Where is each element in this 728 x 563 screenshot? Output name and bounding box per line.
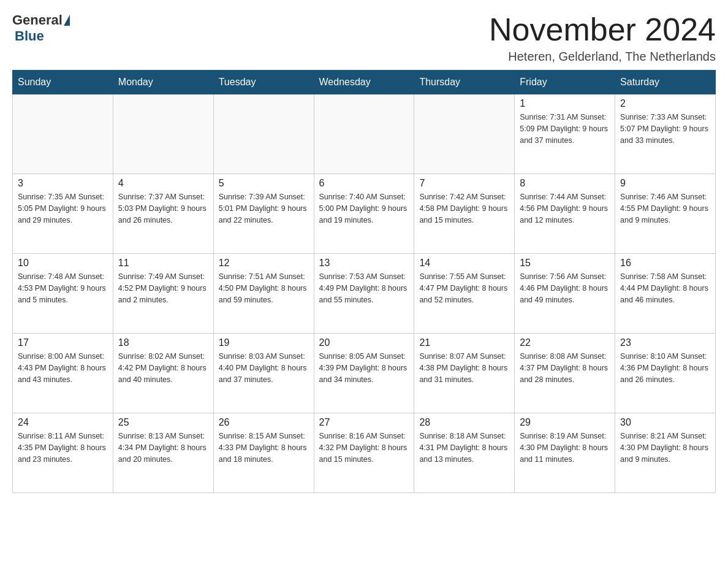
day-number: 19 — [219, 337, 309, 348]
weekday-header-thursday: Thursday — [414, 71, 515, 94]
day-number: 18 — [118, 337, 208, 348]
day-info: Sunrise: 7:44 AM Sunset: 4:56 PM Dayligh… — [520, 191, 610, 226]
calendar-cell: 19Sunrise: 8:03 AM Sunset: 4:40 PM Dayli… — [213, 334, 314, 413]
day-number: 14 — [419, 258, 509, 269]
calendar-cell: 24Sunrise: 8:11 AM Sunset: 4:35 PM Dayli… — [13, 413, 113, 493]
day-info: Sunrise: 7:58 AM Sunset: 4:44 PM Dayligh… — [620, 271, 710, 305]
calendar-cell — [213, 94, 314, 174]
logo: General Blue — [12, 12, 70, 44]
weekday-header-saturday: Saturday — [615, 71, 716, 94]
weekday-header-sunday: Sunday — [13, 71, 113, 94]
day-info: Sunrise: 8:13 AM Sunset: 4:34 PM Dayligh… — [118, 431, 208, 465]
calendar-week-row: 10Sunrise: 7:48 AM Sunset: 4:53 PM Dayli… — [13, 254, 716, 334]
calendar-cell: 15Sunrise: 7:56 AM Sunset: 4:46 PM Dayli… — [515, 254, 615, 334]
logo-blue-text: Blue — [15, 28, 70, 44]
day-info: Sunrise: 8:19 AM Sunset: 4:30 PM Dayligh… — [520, 431, 610, 465]
calendar-cell: 30Sunrise: 8:21 AM Sunset: 4:30 PM Dayli… — [615, 413, 716, 493]
calendar-cell — [113, 94, 213, 174]
location-text: Heteren, Gelderland, The Netherlands — [489, 50, 716, 64]
calendar-cell: 26Sunrise: 8:15 AM Sunset: 4:33 PM Dayli… — [213, 413, 314, 493]
day-number: 3 — [18, 178, 108, 189]
day-number: 24 — [18, 417, 108, 428]
calendar-cell: 9Sunrise: 7:46 AM Sunset: 4:55 PM Daylig… — [615, 174, 716, 254]
title-section: November 2024 Heteren, Gelderland, The N… — [489, 12, 716, 64]
day-info: Sunrise: 8:21 AM Sunset: 4:30 PM Dayligh… — [620, 431, 710, 465]
calendar-cell: 20Sunrise: 8:05 AM Sunset: 4:39 PM Dayli… — [314, 334, 414, 413]
calendar-cell: 3Sunrise: 7:35 AM Sunset: 5:05 PM Daylig… — [13, 174, 113, 254]
day-info: Sunrise: 7:37 AM Sunset: 5:03 PM Dayligh… — [118, 191, 208, 226]
calendar-cell: 22Sunrise: 8:08 AM Sunset: 4:37 PM Dayli… — [515, 334, 615, 413]
logo-triangle-icon — [64, 15, 70, 26]
calendar-cell: 12Sunrise: 7:51 AM Sunset: 4:50 PM Dayli… — [213, 254, 314, 334]
calendar-week-row: 3Sunrise: 7:35 AM Sunset: 5:05 PM Daylig… — [13, 174, 716, 254]
calendar-week-row: 24Sunrise: 8:11 AM Sunset: 4:35 PM Dayli… — [13, 413, 716, 493]
calendar-cell: 13Sunrise: 7:53 AM Sunset: 4:49 PM Dayli… — [314, 254, 414, 334]
calendar-cell: 16Sunrise: 7:58 AM Sunset: 4:44 PM Dayli… — [615, 254, 716, 334]
calendar-cell: 29Sunrise: 8:19 AM Sunset: 4:30 PM Dayli… — [515, 413, 615, 493]
day-number: 13 — [319, 258, 409, 269]
day-info: Sunrise: 7:42 AM Sunset: 4:58 PM Dayligh… — [419, 191, 509, 226]
day-number: 21 — [419, 337, 509, 348]
day-info: Sunrise: 8:08 AM Sunset: 4:37 PM Dayligh… — [520, 351, 610, 385]
day-number: 30 — [620, 417, 710, 428]
day-number: 22 — [520, 337, 610, 348]
day-info: Sunrise: 7:39 AM Sunset: 5:01 PM Dayligh… — [219, 191, 309, 226]
day-number: 10 — [18, 258, 108, 269]
day-info: Sunrise: 8:10 AM Sunset: 4:36 PM Dayligh… — [620, 351, 710, 385]
calendar-cell: 1Sunrise: 7:31 AM Sunset: 5:09 PM Daylig… — [515, 94, 615, 174]
day-number: 8 — [520, 178, 610, 189]
day-info: Sunrise: 8:07 AM Sunset: 4:38 PM Dayligh… — [419, 351, 509, 385]
day-info: Sunrise: 8:11 AM Sunset: 4:35 PM Dayligh… — [18, 431, 108, 465]
calendar-cell: 28Sunrise: 8:18 AM Sunset: 4:31 PM Dayli… — [414, 413, 515, 493]
day-number: 17 — [18, 337, 108, 348]
day-info: Sunrise: 7:49 AM Sunset: 4:52 PM Dayligh… — [118, 271, 208, 305]
calendar-cell: 4Sunrise: 7:37 AM Sunset: 5:03 PM Daylig… — [113, 174, 213, 254]
calendar-cell: 7Sunrise: 7:42 AM Sunset: 4:58 PM Daylig… — [414, 174, 515, 254]
weekday-header-friday: Friday — [515, 71, 615, 94]
day-info: Sunrise: 8:15 AM Sunset: 4:33 PM Dayligh… — [219, 431, 309, 465]
calendar-cell: 5Sunrise: 7:39 AM Sunset: 5:01 PM Daylig… — [213, 174, 314, 254]
day-info: Sunrise: 7:31 AM Sunset: 5:09 PM Dayligh… — [520, 112, 610, 146]
calendar-cell: 17Sunrise: 8:00 AM Sunset: 4:43 PM Dayli… — [13, 334, 113, 413]
day-number: 25 — [118, 417, 208, 428]
day-info: Sunrise: 7:33 AM Sunset: 5:07 PM Dayligh… — [620, 112, 710, 146]
page-header: General Blue November 2024 Heteren, Geld… — [12, 12, 716, 64]
day-info: Sunrise: 7:46 AM Sunset: 4:55 PM Dayligh… — [620, 191, 710, 226]
day-number: 20 — [319, 337, 409, 348]
day-info: Sunrise: 7:51 AM Sunset: 4:50 PM Dayligh… — [219, 271, 309, 305]
day-info: Sunrise: 7:35 AM Sunset: 5:05 PM Dayligh… — [18, 191, 108, 226]
calendar-week-row: 17Sunrise: 8:00 AM Sunset: 4:43 PM Dayli… — [13, 334, 716, 413]
calendar-cell: 25Sunrise: 8:13 AM Sunset: 4:34 PM Dayli… — [113, 413, 213, 493]
calendar-cell — [13, 94, 113, 174]
day-info: Sunrise: 8:16 AM Sunset: 4:32 PM Dayligh… — [319, 431, 409, 465]
calendar-cell: 21Sunrise: 8:07 AM Sunset: 4:38 PM Dayli… — [414, 334, 515, 413]
calendar-week-row: 1Sunrise: 7:31 AM Sunset: 5:09 PM Daylig… — [13, 94, 716, 174]
day-info: Sunrise: 7:53 AM Sunset: 4:49 PM Dayligh… — [319, 271, 409, 305]
calendar-cell: 2Sunrise: 7:33 AM Sunset: 5:07 PM Daylig… — [615, 94, 716, 174]
day-info: Sunrise: 7:48 AM Sunset: 4:53 PM Dayligh… — [18, 271, 108, 305]
day-info: Sunrise: 8:18 AM Sunset: 4:31 PM Dayligh… — [419, 431, 509, 465]
day-number: 7 — [419, 178, 509, 189]
logo-general-text: General — [12, 12, 63, 28]
day-info: Sunrise: 7:56 AM Sunset: 4:46 PM Dayligh… — [520, 271, 610, 305]
weekday-header-tuesday: Tuesday — [213, 71, 314, 94]
month-title: November 2024 — [489, 12, 716, 47]
day-info: Sunrise: 8:00 AM Sunset: 4:43 PM Dayligh… — [18, 351, 108, 385]
day-number: 23 — [620, 337, 710, 348]
day-number: 29 — [520, 417, 610, 428]
calendar-cell — [414, 94, 515, 174]
weekday-header-wednesday: Wednesday — [314, 71, 414, 94]
day-number: 6 — [319, 178, 409, 189]
day-number: 11 — [118, 258, 208, 269]
day-number: 9 — [620, 178, 710, 189]
weekday-header-monday: Monday — [113, 71, 213, 94]
day-info: Sunrise: 8:03 AM Sunset: 4:40 PM Dayligh… — [219, 351, 309, 385]
day-number: 27 — [319, 417, 409, 428]
day-info: Sunrise: 7:55 AM Sunset: 4:47 PM Dayligh… — [419, 271, 509, 305]
calendar-cell: 27Sunrise: 8:16 AM Sunset: 4:32 PM Dayli… — [314, 413, 414, 493]
calendar-header-row: SundayMondayTuesdayWednesdayThursdayFrid… — [13, 71, 716, 94]
day-info: Sunrise: 8:02 AM Sunset: 4:42 PM Dayligh… — [118, 351, 208, 385]
day-number: 1 — [520, 98, 610, 109]
calendar-cell — [314, 94, 414, 174]
day-number: 16 — [620, 258, 710, 269]
